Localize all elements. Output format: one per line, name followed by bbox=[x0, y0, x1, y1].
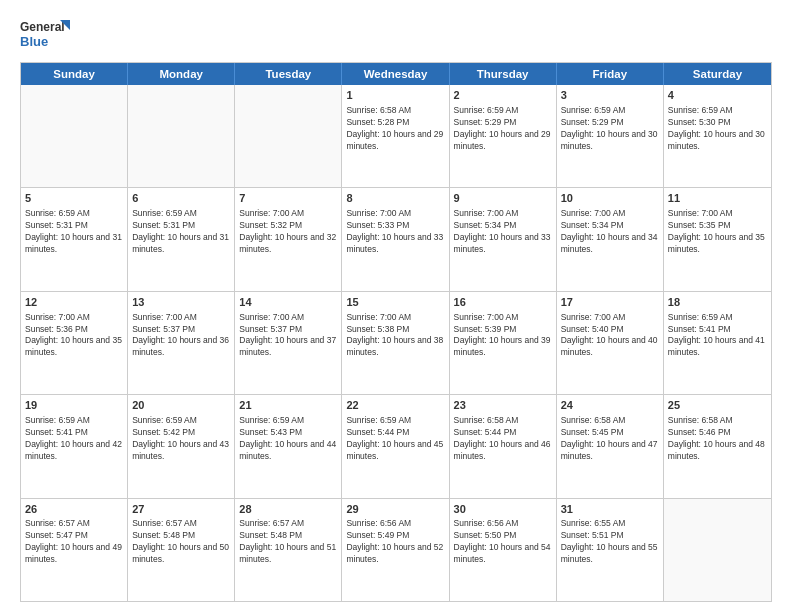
day-number: 9 bbox=[454, 191, 552, 206]
cal-cell-19: 19Sunrise: 6:59 AM Sunset: 5:41 PM Dayli… bbox=[21, 395, 128, 497]
day-header-thursday: Thursday bbox=[450, 63, 557, 85]
week-row-4: 19Sunrise: 6:59 AM Sunset: 5:41 PM Dayli… bbox=[21, 395, 771, 498]
day-number: 14 bbox=[239, 295, 337, 310]
cal-cell-25: 25Sunrise: 6:58 AM Sunset: 5:46 PM Dayli… bbox=[664, 395, 771, 497]
day-number: 4 bbox=[668, 88, 767, 103]
day-number: 24 bbox=[561, 398, 659, 413]
cell-info: Sunrise: 7:00 AM Sunset: 5:37 PM Dayligh… bbox=[239, 312, 337, 360]
day-header-wednesday: Wednesday bbox=[342, 63, 449, 85]
cell-info: Sunrise: 6:58 AM Sunset: 5:45 PM Dayligh… bbox=[561, 415, 659, 463]
cell-info: Sunrise: 6:59 AM Sunset: 5:31 PM Dayligh… bbox=[25, 208, 123, 256]
cal-cell-30: 30Sunrise: 6:56 AM Sunset: 5:50 PM Dayli… bbox=[450, 499, 557, 601]
day-number: 17 bbox=[561, 295, 659, 310]
cal-cell-26: 26Sunrise: 6:57 AM Sunset: 5:47 PM Dayli… bbox=[21, 499, 128, 601]
logo-svg: General Blue bbox=[20, 16, 72, 52]
cell-info: Sunrise: 7:00 AM Sunset: 5:37 PM Dayligh… bbox=[132, 312, 230, 360]
cal-cell-5: 5Sunrise: 6:59 AM Sunset: 5:31 PM Daylig… bbox=[21, 188, 128, 290]
day-number: 29 bbox=[346, 502, 444, 517]
calendar-body: 1Sunrise: 6:58 AM Sunset: 5:28 PM Daylig… bbox=[21, 85, 771, 601]
day-number: 16 bbox=[454, 295, 552, 310]
day-number: 7 bbox=[239, 191, 337, 206]
cal-cell-17: 17Sunrise: 7:00 AM Sunset: 5:40 PM Dayli… bbox=[557, 292, 664, 394]
day-number: 3 bbox=[561, 88, 659, 103]
cal-cell-empty-1 bbox=[128, 85, 235, 187]
cell-info: Sunrise: 6:59 AM Sunset: 5:43 PM Dayligh… bbox=[239, 415, 337, 463]
day-number: 8 bbox=[346, 191, 444, 206]
cal-cell-1: 1Sunrise: 6:58 AM Sunset: 5:28 PM Daylig… bbox=[342, 85, 449, 187]
day-number: 27 bbox=[132, 502, 230, 517]
cal-cell-18: 18Sunrise: 6:59 AM Sunset: 5:41 PM Dayli… bbox=[664, 292, 771, 394]
cell-info: Sunrise: 7:00 AM Sunset: 5:36 PM Dayligh… bbox=[25, 312, 123, 360]
cal-cell-23: 23Sunrise: 6:58 AM Sunset: 5:44 PM Dayli… bbox=[450, 395, 557, 497]
day-number: 18 bbox=[668, 295, 767, 310]
cell-info: Sunrise: 6:57 AM Sunset: 5:48 PM Dayligh… bbox=[239, 518, 337, 566]
cal-cell-6: 6Sunrise: 6:59 AM Sunset: 5:31 PM Daylig… bbox=[128, 188, 235, 290]
cell-info: Sunrise: 7:00 AM Sunset: 5:32 PM Dayligh… bbox=[239, 208, 337, 256]
cal-cell-21: 21Sunrise: 6:59 AM Sunset: 5:43 PM Dayli… bbox=[235, 395, 342, 497]
day-number: 20 bbox=[132, 398, 230, 413]
cell-info: Sunrise: 7:00 AM Sunset: 5:40 PM Dayligh… bbox=[561, 312, 659, 360]
day-number: 31 bbox=[561, 502, 659, 517]
cal-cell-2: 2Sunrise: 6:59 AM Sunset: 5:29 PM Daylig… bbox=[450, 85, 557, 187]
cal-cell-24: 24Sunrise: 6:58 AM Sunset: 5:45 PM Dayli… bbox=[557, 395, 664, 497]
day-number: 26 bbox=[25, 502, 123, 517]
day-number: 22 bbox=[346, 398, 444, 413]
cell-info: Sunrise: 6:59 AM Sunset: 5:41 PM Dayligh… bbox=[668, 312, 767, 360]
cell-info: Sunrise: 7:00 AM Sunset: 5:39 PM Dayligh… bbox=[454, 312, 552, 360]
cell-info: Sunrise: 6:58 AM Sunset: 5:44 PM Dayligh… bbox=[454, 415, 552, 463]
day-number: 23 bbox=[454, 398, 552, 413]
day-number: 25 bbox=[668, 398, 767, 413]
day-header-monday: Monday bbox=[128, 63, 235, 85]
day-number: 15 bbox=[346, 295, 444, 310]
day-number: 30 bbox=[454, 502, 552, 517]
cal-cell-22: 22Sunrise: 6:59 AM Sunset: 5:44 PM Dayli… bbox=[342, 395, 449, 497]
page-header: General Blue bbox=[20, 16, 772, 52]
cal-cell-29: 29Sunrise: 6:56 AM Sunset: 5:49 PM Dayli… bbox=[342, 499, 449, 601]
day-header-saturday: Saturday bbox=[664, 63, 771, 85]
cell-info: Sunrise: 6:59 AM Sunset: 5:31 PM Dayligh… bbox=[132, 208, 230, 256]
cal-cell-10: 10Sunrise: 7:00 AM Sunset: 5:34 PM Dayli… bbox=[557, 188, 664, 290]
cell-info: Sunrise: 6:56 AM Sunset: 5:49 PM Dayligh… bbox=[346, 518, 444, 566]
cal-cell-9: 9Sunrise: 7:00 AM Sunset: 5:34 PM Daylig… bbox=[450, 188, 557, 290]
cell-info: Sunrise: 6:58 AM Sunset: 5:28 PM Dayligh… bbox=[346, 105, 444, 153]
cell-info: Sunrise: 7:00 AM Sunset: 5:34 PM Dayligh… bbox=[561, 208, 659, 256]
week-row-3: 12Sunrise: 7:00 AM Sunset: 5:36 PM Dayli… bbox=[21, 292, 771, 395]
cal-cell-3: 3Sunrise: 6:59 AM Sunset: 5:29 PM Daylig… bbox=[557, 85, 664, 187]
week-row-1: 1Sunrise: 6:58 AM Sunset: 5:28 PM Daylig… bbox=[21, 85, 771, 188]
day-number: 12 bbox=[25, 295, 123, 310]
week-row-5: 26Sunrise: 6:57 AM Sunset: 5:47 PM Dayli… bbox=[21, 499, 771, 601]
cell-info: Sunrise: 7:00 AM Sunset: 5:34 PM Dayligh… bbox=[454, 208, 552, 256]
svg-text:Blue: Blue bbox=[20, 34, 48, 49]
cell-info: Sunrise: 6:59 AM Sunset: 5:42 PM Dayligh… bbox=[132, 415, 230, 463]
day-number: 11 bbox=[668, 191, 767, 206]
cal-cell-empty-0 bbox=[21, 85, 128, 187]
cell-info: Sunrise: 6:57 AM Sunset: 5:48 PM Dayligh… bbox=[132, 518, 230, 566]
cell-info: Sunrise: 6:59 AM Sunset: 5:44 PM Dayligh… bbox=[346, 415, 444, 463]
day-header-sunday: Sunday bbox=[21, 63, 128, 85]
cal-cell-11: 11Sunrise: 7:00 AM Sunset: 5:35 PM Dayli… bbox=[664, 188, 771, 290]
day-number: 10 bbox=[561, 191, 659, 206]
cell-info: Sunrise: 6:59 AM Sunset: 5:29 PM Dayligh… bbox=[561, 105, 659, 153]
cal-cell-8: 8Sunrise: 7:00 AM Sunset: 5:33 PM Daylig… bbox=[342, 188, 449, 290]
day-number: 2 bbox=[454, 88, 552, 103]
cell-info: Sunrise: 7:00 AM Sunset: 5:35 PM Dayligh… bbox=[668, 208, 767, 256]
cell-info: Sunrise: 6:55 AM Sunset: 5:51 PM Dayligh… bbox=[561, 518, 659, 566]
cell-info: Sunrise: 6:57 AM Sunset: 5:47 PM Dayligh… bbox=[25, 518, 123, 566]
day-number: 13 bbox=[132, 295, 230, 310]
cal-cell-15: 15Sunrise: 7:00 AM Sunset: 5:38 PM Dayli… bbox=[342, 292, 449, 394]
cal-cell-14: 14Sunrise: 7:00 AM Sunset: 5:37 PM Dayli… bbox=[235, 292, 342, 394]
cal-cell-16: 16Sunrise: 7:00 AM Sunset: 5:39 PM Dayli… bbox=[450, 292, 557, 394]
svg-text:General: General bbox=[20, 20, 65, 34]
cal-cell-7: 7Sunrise: 7:00 AM Sunset: 5:32 PM Daylig… bbox=[235, 188, 342, 290]
day-number: 1 bbox=[346, 88, 444, 103]
cal-cell-31: 31Sunrise: 6:55 AM Sunset: 5:51 PM Dayli… bbox=[557, 499, 664, 601]
cell-info: Sunrise: 7:00 AM Sunset: 5:38 PM Dayligh… bbox=[346, 312, 444, 360]
cell-info: Sunrise: 6:59 AM Sunset: 5:29 PM Dayligh… bbox=[454, 105, 552, 153]
cal-cell-empty-6 bbox=[664, 499, 771, 601]
logo: General Blue bbox=[20, 16, 72, 52]
calendar-header-row: SundayMondayTuesdayWednesdayThursdayFrid… bbox=[21, 63, 771, 85]
cell-info: Sunrise: 6:59 AM Sunset: 5:41 PM Dayligh… bbox=[25, 415, 123, 463]
cal-cell-12: 12Sunrise: 7:00 AM Sunset: 5:36 PM Dayli… bbox=[21, 292, 128, 394]
cell-info: Sunrise: 6:58 AM Sunset: 5:46 PM Dayligh… bbox=[668, 415, 767, 463]
cell-info: Sunrise: 7:00 AM Sunset: 5:33 PM Dayligh… bbox=[346, 208, 444, 256]
